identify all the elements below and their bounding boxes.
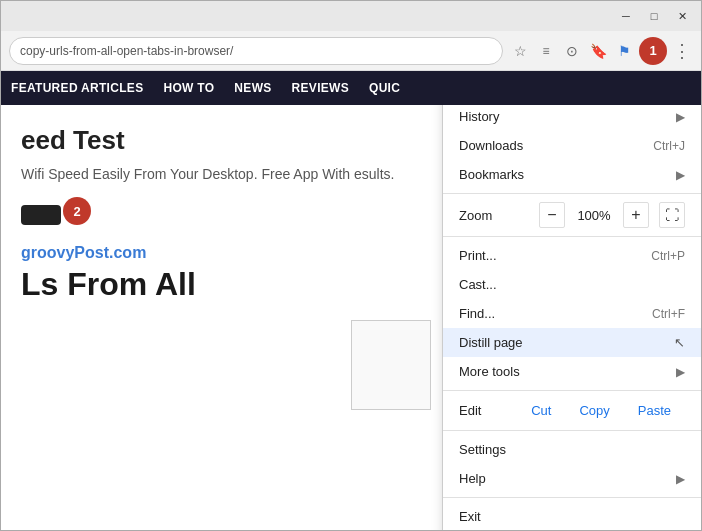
extension-icon[interactable]: ⊙ (561, 40, 583, 62)
address-icons: ☆ ≡ ⊙ 🔖 ⚑ 1 ⋮ (509, 37, 693, 65)
page-cta-button[interactable]: 2 (21, 205, 61, 225)
menu-exit-label: Exit (459, 509, 481, 524)
menu-more-tools[interactable]: More tools ▶ (443, 357, 701, 386)
nav-quick[interactable]: QUIC (369, 81, 400, 95)
nav-howto[interactable]: HOW TO (163, 81, 214, 95)
menu-find-label: Find... (459, 306, 495, 321)
url-input[interactable]: copy-urls-from-all-open-tabs-in-browser/ (9, 37, 503, 65)
menu-downloads-shortcut: Ctrl+J (653, 139, 685, 153)
menu-find[interactable]: Find... Ctrl+F (443, 299, 701, 328)
zoom-row: Zoom − 100% + ⛶ (443, 198, 701, 232)
zoom-value: 100% (575, 208, 613, 223)
nav-reviews[interactable]: REVIEWS (292, 81, 349, 95)
separator-4 (443, 390, 701, 391)
title-bar: ─ □ ✕ (1, 1, 701, 31)
menu-history[interactable]: History ▶ (443, 105, 701, 131)
browser-frame: ─ □ ✕ copy-urls-from-all-open-tabs-in-br… (0, 0, 702, 531)
nav-bar: FEATURED ARTICLES HOW TO NEWS REVIEWS QU… (1, 71, 701, 105)
menu-bookmarks[interactable]: Bookmarks ▶ (443, 160, 701, 189)
menu-print[interactable]: Print... Ctrl+P (443, 241, 701, 270)
zoom-label: Zoom (459, 208, 529, 223)
thumbnail (351, 320, 431, 410)
menu-help[interactable]: Help ▶ (443, 464, 701, 493)
step-badge-2: 2 (63, 197, 91, 225)
address-bar: copy-urls-from-all-open-tabs-in-browser/… (1, 31, 701, 71)
menu-more-tools-label: More tools (459, 364, 520, 379)
menu-icon[interactable]: ⋮ (671, 40, 693, 62)
menu-downloads-label: Downloads (459, 138, 523, 153)
separator-6 (443, 497, 701, 498)
url-text: copy-urls-from-all-open-tabs-in-browser/ (20, 44, 233, 58)
menu-downloads[interactable]: Downloads Ctrl+J (443, 131, 701, 160)
menu-find-shortcut: Ctrl+F (652, 307, 685, 321)
maximize-button[interactable]: □ (641, 5, 667, 27)
separator-5 (443, 430, 701, 431)
star-icon[interactable]: ☆ (509, 40, 531, 62)
page-content: eed Test Wifi Speed Easily From Your Des… (1, 105, 701, 530)
menu-settings-label: Settings (459, 442, 506, 457)
reader-icon[interactable]: ≡ (535, 40, 557, 62)
menu-print-label: Print... (459, 248, 497, 263)
menu-exit[interactable]: Exit (443, 502, 701, 530)
nav-news[interactable]: NEWS (234, 81, 271, 95)
menu-print-shortcut: Ctrl+P (651, 249, 685, 263)
menu-history-label: History (459, 109, 499, 124)
separator-3 (443, 236, 701, 237)
menu-settings[interactable]: Settings (443, 435, 701, 464)
separator-2 (443, 193, 701, 194)
edit-label: Edit (459, 403, 517, 418)
zoom-plus-button[interactable]: + (623, 202, 649, 228)
copy-button[interactable]: Copy (565, 399, 623, 422)
profile-badge[interactable]: 1 (639, 37, 667, 65)
zoom-fullscreen-button[interactable]: ⛶ (659, 202, 685, 228)
menu-bookmarks-label: Bookmarks (459, 167, 524, 182)
menu-distill[interactable]: Distill page ↖ (443, 328, 701, 357)
paste-button[interactable]: Paste (624, 399, 685, 422)
more-tools-arrow: ▶ (676, 365, 685, 379)
cursor-icon: ↖ (674, 335, 685, 350)
bookmark-icon[interactable]: 🔖 (587, 40, 609, 62)
flag-icon[interactable]: ⚑ (613, 40, 635, 62)
cut-button[interactable]: Cut (517, 399, 565, 422)
zoom-minus-button[interactable]: − (539, 202, 565, 228)
menu-cast-label: Cast... (459, 277, 497, 292)
menu-help-label: Help (459, 471, 486, 486)
minimize-button[interactable]: ─ (613, 5, 639, 27)
menu-distill-label: Distill page (459, 335, 523, 350)
history-arrow: ▶ (676, 110, 685, 124)
help-arrow: ▶ (676, 472, 685, 486)
nav-featured[interactable]: FEATURED ARTICLES (11, 81, 143, 95)
bookmarks-arrow: ▶ (676, 168, 685, 182)
edit-row: Edit Cut Copy Paste (443, 395, 701, 426)
menu-cast[interactable]: Cast... (443, 270, 701, 299)
close-button[interactable]: ✕ (669, 5, 695, 27)
context-menu: New tab Ctrl+T New window Ctrl+N New inc… (442, 105, 701, 530)
